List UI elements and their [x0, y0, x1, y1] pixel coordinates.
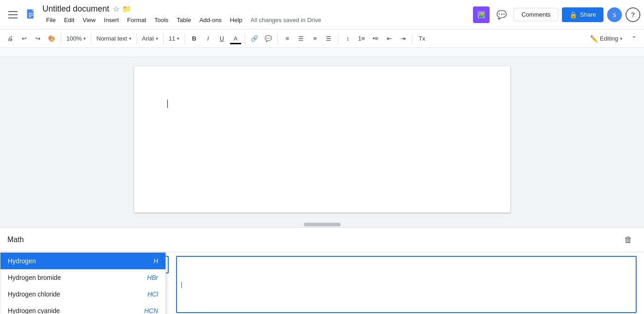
comment-inline-button[interactable]: 💬	[262, 32, 275, 45]
increase-indent-button[interactable]: ⇥	[396, 32, 409, 45]
math-right: | 😊 xa π f α	[176, 252, 644, 314]
autosave-status: All changes saved in Drive	[251, 17, 321, 24]
title-area: Untitled document ☆ 📁 File Edit View Ins…	[42, 4, 473, 25]
menu-tools[interactable]: Tools	[151, 15, 172, 25]
sep-2	[91, 33, 91, 44]
hamburger-menu[interactable]	[4, 6, 22, 24]
dropdown-item-3[interactable]: Hydrogen cyanide HCN	[0, 302, 165, 314]
font-family-select[interactable]: Arial ▾	[140, 32, 160, 45]
link-button[interactable]: 🔗	[248, 32, 261, 45]
dropdown-formula-3: HCN	[144, 307, 158, 314]
sep-9	[412, 33, 413, 44]
dropdown-label-1: Hydrogen bromide	[8, 274, 61, 281]
align-justify-button[interactable]: ☰	[322, 32, 335, 45]
editing-mode-select[interactable]: ✏️ Editing ▾	[586, 32, 626, 45]
menu-view[interactable]: View	[79, 15, 99, 25]
sep-4	[163, 33, 164, 44]
top-bar-right: 🧩 💬 Comments 🔒 Share s ?	[473, 6, 640, 23]
document-page[interactable]	[134, 66, 510, 213]
align-right-button[interactable]: ≡	[308, 32, 321, 45]
document-area	[0, 57, 644, 222]
pencil-icon: ✏️	[590, 35, 598, 42]
svg-text:🧩: 🧩	[478, 12, 485, 18]
zoom-chevron: ▾	[83, 36, 86, 41]
size-chevron: ▾	[177, 36, 179, 41]
paragraph-chevron: ▾	[129, 36, 131, 41]
menu-table[interactable]: Table	[173, 15, 195, 25]
clear-formatting-button[interactable]: Tx	[415, 32, 428, 45]
chat-icon[interactable]: 💬	[493, 6, 510, 23]
dropdown-label-3: Hydrogen cyanide	[8, 307, 60, 314]
share-label: Share	[580, 11, 596, 18]
editing-mode-label: Editing	[600, 35, 618, 42]
bold-button[interactable]: B	[188, 32, 201, 45]
math-title: Math	[7, 236, 24, 244]
comments-button[interactable]: Comments	[514, 8, 558, 21]
paint-format-button[interactable]: 🎨	[45, 32, 58, 45]
align-center-button[interactable]: ☰	[295, 32, 307, 45]
dropdown-item-2[interactable]: Hydrogen chloride HCl	[0, 286, 165, 302]
dropdown-item-0[interactable]: Hydrogen H	[0, 253, 165, 269]
folder-icon[interactable]: 📁	[122, 5, 131, 13]
delete-button[interactable]: 🗑	[620, 231, 637, 248]
star-icon[interactable]: ☆	[113, 5, 119, 13]
document-title[interactable]: Untitled document	[42, 4, 109, 14]
dropdown-label-2: Hydrogen chloride	[8, 290, 60, 298]
underline-button[interactable]: U	[215, 32, 228, 45]
dropdown-formula-1: HBr	[147, 274, 158, 281]
zoom-select[interactable]: 100% ▾	[64, 32, 88, 45]
redo-button[interactable]: ↪	[31, 32, 44, 45]
line-spacing-button[interactable]: ↕	[341, 32, 354, 45]
lock-icon: 🔒	[569, 11, 577, 18]
menu-addons[interactable]: Add-ons	[195, 15, 225, 25]
menu-edit[interactable]: Edit	[60, 15, 78, 25]
math-preview: |	[176, 256, 637, 313]
font-size-value: 11	[169, 35, 175, 42]
print-button[interactable]: 🖨	[4, 32, 17, 45]
font-color-button[interactable]: A	[229, 32, 242, 45]
sep-1	[61, 33, 61, 44]
sep-5	[184, 33, 185, 44]
svg-rect-4	[29, 16, 31, 17]
dropdown-formula-2: HCl	[148, 290, 158, 298]
hscroll-thumb[interactable]	[304, 223, 341, 226]
font-chevron: ▾	[156, 36, 158, 41]
dropdown-item-1[interactable]: Hydrogen bromide HBr	[0, 269, 165, 286]
help-button[interactable]: ?	[626, 7, 640, 22]
sep-6	[245, 33, 245, 44]
share-button[interactable]: 🔒 Share	[562, 7, 603, 22]
math-header: Math 🗑	[0, 228, 644, 252]
font-family-value: Arial	[142, 35, 154, 42]
zoom-value: 100%	[66, 35, 82, 42]
paragraph-style-select[interactable]: Normal text ▾	[94, 32, 133, 45]
sep-3	[136, 33, 137, 44]
dropdown-label-0: Hydrogen	[8, 257, 36, 265]
sep-7	[278, 33, 278, 44]
text-cursor	[167, 100, 168, 108]
math-body: hydrogen Hydrogen H Hydrogen bromide HBr…	[0, 252, 644, 314]
menu-insert[interactable]: Insert	[100, 15, 123, 25]
dropdown-formula-0: H	[154, 257, 158, 265]
align-left-button[interactable]: ≡	[281, 32, 294, 45]
undo-button[interactable]: ↩	[18, 32, 30, 45]
menu-format[interactable]: Format	[124, 15, 150, 25]
bulleted-list-button[interactable]: •≡	[369, 32, 382, 45]
preview-cursor: |	[181, 281, 183, 288]
svg-rect-2	[29, 13, 33, 13]
texthelp-extension-icon[interactable]: 🧩	[473, 6, 490, 23]
ruler	[0, 48, 644, 57]
menu-help[interactable]: Help	[226, 15, 246, 25]
editing-chevron: ▾	[620, 36, 622, 41]
math-dropdown[interactable]: Hydrogen H Hydrogen bromide HBr Hydrogen…	[0, 252, 166, 314]
menu-file[interactable]: File	[42, 15, 59, 25]
font-size-select[interactable]: 11 ▾	[166, 32, 182, 45]
doc-icon	[22, 6, 41, 24]
svg-rect-3	[29, 15, 33, 15]
collapse-toolbar-button[interactable]: ⌃	[627, 32, 640, 45]
user-avatar[interactable]: s	[607, 7, 622, 22]
numbered-list-button[interactable]: 1≡	[355, 32, 368, 45]
decrease-indent-button[interactable]: ⇤	[383, 32, 396, 45]
italic-button[interactable]: I	[201, 32, 214, 45]
toolbar: 🖨 ↩ ↪ 🎨 100% ▾ Normal text ▾ Arial ▾ 11 …	[0, 30, 644, 48]
horizontal-scrollbar[interactable]	[0, 222, 644, 227]
